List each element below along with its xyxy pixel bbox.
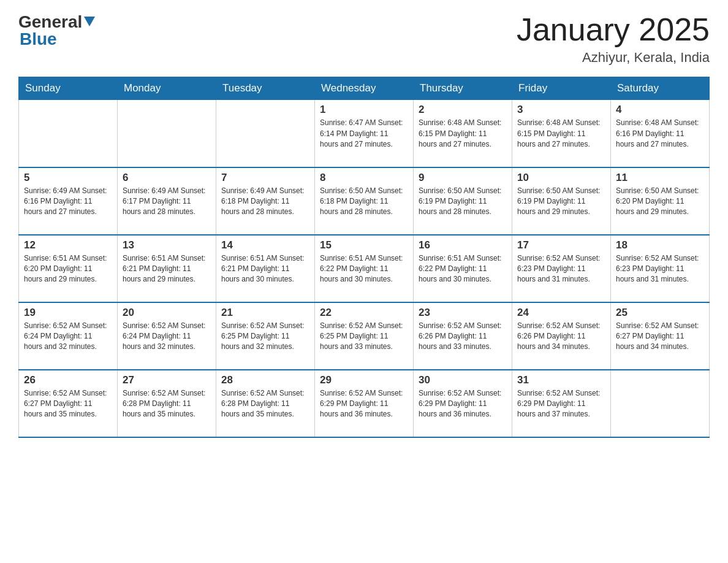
day-info: Sunrise: 6:51 AM Sunset: 6:22 PM Dayligh… bbox=[419, 253, 507, 285]
logo: General Blue bbox=[18, 12, 95, 49]
weekday-header-sunday: Sunday bbox=[19, 77, 118, 100]
day-number: 4 bbox=[616, 104, 704, 116]
day-info: Sunrise: 6:51 AM Sunset: 6:21 PM Dayligh… bbox=[123, 253, 211, 285]
day-number: 23 bbox=[419, 307, 507, 319]
day-number: 9 bbox=[419, 172, 507, 184]
calendar-week-row: 19Sunrise: 6:52 AM Sunset: 6:24 PM Dayli… bbox=[19, 302, 710, 370]
header: General Blue January 2025 Azhiyur, Keral… bbox=[18, 12, 710, 66]
calendar-cell: 15Sunrise: 6:51 AM Sunset: 6:22 PM Dayli… bbox=[315, 235, 414, 302]
weekday-header-friday: Friday bbox=[512, 77, 611, 100]
day-info: Sunrise: 6:52 AM Sunset: 6:27 PM Dayligh… bbox=[616, 321, 704, 353]
day-number: 31 bbox=[517, 374, 605, 386]
day-number: 12 bbox=[24, 239, 112, 251]
calendar-cell bbox=[216, 100, 315, 167]
day-info: Sunrise: 6:50 AM Sunset: 6:19 PM Dayligh… bbox=[419, 186, 507, 218]
day-info: Sunrise: 6:50 AM Sunset: 6:20 PM Dayligh… bbox=[616, 186, 704, 218]
calendar-cell: 2Sunrise: 6:48 AM Sunset: 6:15 PM Daylig… bbox=[414, 100, 512, 167]
day-info: Sunrise: 6:52 AM Sunset: 6:25 PM Dayligh… bbox=[221, 321, 309, 353]
logo-triangle-icon bbox=[84, 17, 95, 26]
calendar-cell: 7Sunrise: 6:49 AM Sunset: 6:18 PM Daylig… bbox=[216, 167, 315, 235]
day-number: 24 bbox=[517, 307, 605, 319]
calendar-cell: 18Sunrise: 6:52 AM Sunset: 6:23 PM Dayli… bbox=[611, 235, 710, 302]
day-info: Sunrise: 6:49 AM Sunset: 6:17 PM Dayligh… bbox=[123, 186, 211, 218]
day-number: 25 bbox=[616, 307, 704, 319]
calendar-week-row: 5Sunrise: 6:49 AM Sunset: 6:16 PM Daylig… bbox=[19, 167, 710, 235]
calendar-cell: 6Sunrise: 6:49 AM Sunset: 6:17 PM Daylig… bbox=[118, 167, 216, 235]
day-info: Sunrise: 6:48 AM Sunset: 6:15 PM Dayligh… bbox=[419, 118, 507, 150]
calendar-cell bbox=[118, 100, 216, 167]
weekday-header-monday: Monday bbox=[118, 77, 216, 100]
day-info: Sunrise: 6:52 AM Sunset: 6:29 PM Dayligh… bbox=[320, 388, 408, 420]
day-number: 16 bbox=[419, 239, 507, 251]
day-number: 7 bbox=[221, 172, 309, 184]
calendar-cell: 10Sunrise: 6:50 AM Sunset: 6:19 PM Dayli… bbox=[512, 167, 611, 235]
day-info: Sunrise: 6:50 AM Sunset: 6:19 PM Dayligh… bbox=[517, 186, 605, 218]
day-info: Sunrise: 6:49 AM Sunset: 6:16 PM Dayligh… bbox=[24, 186, 112, 218]
calendar-cell: 9Sunrise: 6:50 AM Sunset: 6:19 PM Daylig… bbox=[414, 167, 512, 235]
calendar-cell: 25Sunrise: 6:52 AM Sunset: 6:27 PM Dayli… bbox=[611, 302, 710, 370]
day-info: Sunrise: 6:51 AM Sunset: 6:20 PM Dayligh… bbox=[24, 253, 112, 285]
calendar-cell: 3Sunrise: 6:48 AM Sunset: 6:15 PM Daylig… bbox=[512, 100, 611, 167]
calendar-cell: 17Sunrise: 6:52 AM Sunset: 6:23 PM Dayli… bbox=[512, 235, 611, 302]
calendar-week-row: 12Sunrise: 6:51 AM Sunset: 6:20 PM Dayli… bbox=[19, 235, 710, 302]
calendar-cell: 23Sunrise: 6:52 AM Sunset: 6:26 PM Dayli… bbox=[414, 302, 512, 370]
day-info: Sunrise: 6:48 AM Sunset: 6:16 PM Dayligh… bbox=[616, 118, 704, 150]
day-info: Sunrise: 6:52 AM Sunset: 6:23 PM Dayligh… bbox=[616, 253, 704, 285]
day-number: 27 bbox=[123, 374, 211, 386]
day-info: Sunrise: 6:52 AM Sunset: 6:26 PM Dayligh… bbox=[419, 321, 507, 353]
day-info: Sunrise: 6:47 AM Sunset: 6:14 PM Dayligh… bbox=[320, 118, 408, 150]
day-info: Sunrise: 6:52 AM Sunset: 6:29 PM Dayligh… bbox=[419, 388, 507, 420]
day-number: 6 bbox=[123, 172, 211, 184]
calendar-cell: 13Sunrise: 6:51 AM Sunset: 6:21 PM Dayli… bbox=[118, 235, 216, 302]
day-number: 26 bbox=[24, 374, 112, 386]
day-info: Sunrise: 6:51 AM Sunset: 6:22 PM Dayligh… bbox=[320, 253, 408, 285]
day-number: 2 bbox=[419, 104, 507, 116]
calendar-week-row: 1Sunrise: 6:47 AM Sunset: 6:14 PM Daylig… bbox=[19, 100, 710, 167]
weekday-header-wednesday: Wednesday bbox=[315, 77, 414, 100]
calendar-cell: 31Sunrise: 6:52 AM Sunset: 6:29 PM Dayli… bbox=[512, 370, 611, 437]
calendar-cell: 11Sunrise: 6:50 AM Sunset: 6:20 PM Dayli… bbox=[611, 167, 710, 235]
weekday-header-tuesday: Tuesday bbox=[216, 77, 315, 100]
day-info: Sunrise: 6:51 AM Sunset: 6:21 PM Dayligh… bbox=[221, 253, 309, 285]
calendar-cell: 12Sunrise: 6:51 AM Sunset: 6:20 PM Dayli… bbox=[19, 235, 118, 302]
calendar-cell: 21Sunrise: 6:52 AM Sunset: 6:25 PM Dayli… bbox=[216, 302, 315, 370]
calendar-cell: 29Sunrise: 6:52 AM Sunset: 6:29 PM Dayli… bbox=[315, 370, 414, 437]
day-number: 11 bbox=[616, 172, 704, 184]
calendar-cell bbox=[611, 370, 710, 437]
day-number: 28 bbox=[221, 374, 309, 386]
day-number: 13 bbox=[123, 239, 211, 251]
day-number: 8 bbox=[320, 172, 408, 184]
day-info: Sunrise: 6:48 AM Sunset: 6:15 PM Dayligh… bbox=[517, 118, 605, 150]
day-number: 1 bbox=[320, 104, 408, 116]
weekday-header-thursday: Thursday bbox=[414, 77, 512, 100]
calendar-cell: 22Sunrise: 6:52 AM Sunset: 6:25 PM Dayli… bbox=[315, 302, 414, 370]
calendar-cell: 16Sunrise: 6:51 AM Sunset: 6:22 PM Dayli… bbox=[414, 235, 512, 302]
weekday-header-saturday: Saturday bbox=[611, 77, 710, 100]
calendar-cell: 8Sunrise: 6:50 AM Sunset: 6:18 PM Daylig… bbox=[315, 167, 414, 235]
day-number: 22 bbox=[320, 307, 408, 319]
calendar-cell: 5Sunrise: 6:49 AM Sunset: 6:16 PM Daylig… bbox=[19, 167, 118, 235]
calendar-cell: 27Sunrise: 6:52 AM Sunset: 6:28 PM Dayli… bbox=[118, 370, 216, 437]
day-number: 18 bbox=[616, 239, 704, 251]
calendar-cell: 20Sunrise: 6:52 AM Sunset: 6:24 PM Dayli… bbox=[118, 302, 216, 370]
day-number: 20 bbox=[123, 307, 211, 319]
calendar-cell: 4Sunrise: 6:48 AM Sunset: 6:16 PM Daylig… bbox=[611, 100, 710, 167]
calendar-cell: 19Sunrise: 6:52 AM Sunset: 6:24 PM Dayli… bbox=[19, 302, 118, 370]
calendar-cell: 28Sunrise: 6:52 AM Sunset: 6:28 PM Dayli… bbox=[216, 370, 315, 437]
day-info: Sunrise: 6:52 AM Sunset: 6:29 PM Dayligh… bbox=[517, 388, 605, 420]
day-info: Sunrise: 6:50 AM Sunset: 6:18 PM Dayligh… bbox=[320, 186, 408, 218]
day-number: 17 bbox=[517, 239, 605, 251]
day-info: Sunrise: 6:52 AM Sunset: 6:25 PM Dayligh… bbox=[320, 321, 408, 353]
day-info: Sunrise: 6:49 AM Sunset: 6:18 PM Dayligh… bbox=[221, 186, 309, 218]
day-number: 5 bbox=[24, 172, 112, 184]
day-info: Sunrise: 6:52 AM Sunset: 6:23 PM Dayligh… bbox=[517, 253, 605, 285]
calendar-week-row: 26Sunrise: 6:52 AM Sunset: 6:27 PM Dayli… bbox=[19, 370, 710, 437]
day-number: 15 bbox=[320, 239, 408, 251]
calendar-cell: 14Sunrise: 6:51 AM Sunset: 6:21 PM Dayli… bbox=[216, 235, 315, 302]
calendar-cell: 30Sunrise: 6:52 AM Sunset: 6:29 PM Dayli… bbox=[414, 370, 512, 437]
calendar-table: SundayMondayTuesdayWednesdayThursdayFrid… bbox=[18, 77, 710, 438]
calendar-cell: 26Sunrise: 6:52 AM Sunset: 6:27 PM Dayli… bbox=[19, 370, 118, 437]
calendar-cell: 1Sunrise: 6:47 AM Sunset: 6:14 PM Daylig… bbox=[315, 100, 414, 167]
logo-blue-text: Blue bbox=[20, 29, 95, 49]
day-number: 19 bbox=[24, 307, 112, 319]
